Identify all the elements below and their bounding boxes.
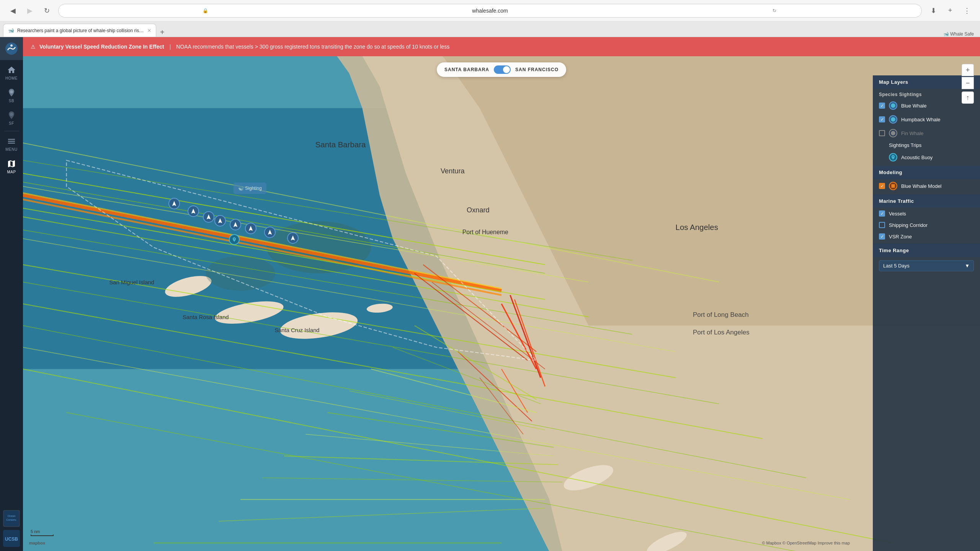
fin-whale-label: Fin Whale	[901, 130, 924, 136]
marine-traffic-header: Marine Traffic	[873, 194, 980, 208]
acoustic-buoy-marker[interactable]	[229, 234, 240, 245]
svg-point-18	[206, 256, 275, 291]
new-tab-button[interactable]: +	[157, 28, 168, 37]
sidebar-bottom: Ocean Conserv. UCSB	[3, 510, 20, 551]
address-bar[interactable]: 🔒 whalesafe.com ↻	[58, 4, 922, 18]
more-button[interactable]: ⋮	[960, 4, 974, 18]
svg-text:Port of Long Beach: Port of Long Beach	[693, 311, 749, 318]
active-tab[interactable]: 🐋 Researchers paint a global picture of …	[3, 24, 156, 37]
vsr-zone-checkbox[interactable]	[879, 233, 885, 240]
location-toggle-switch[interactable]	[494, 65, 511, 74]
vessel-marker-5[interactable]	[230, 219, 241, 230]
svg-text:Conserv.: Conserv.	[6, 518, 17, 521]
blue-whale-model-icon	[889, 182, 897, 190]
scale-line	[31, 535, 54, 536]
shipping-corridor-checkbox[interactable]	[879, 222, 885, 228]
svg-point-1	[10, 44, 13, 47]
download-button[interactable]: ⬇	[926, 4, 940, 18]
svg-text:Santa Rosa Island: Santa Rosa Island	[183, 314, 229, 320]
main-content: ⚠ Voluntary Vessel Speed Reduction Zone …	[23, 37, 980, 551]
vessel-marker-1[interactable]	[168, 198, 180, 209]
zoom-out-button[interactable]: −	[962, 77, 974, 89]
sightings-trips-label: Sightings Trips	[889, 142, 921, 148]
vessel-marker-4[interactable]	[214, 215, 226, 227]
app-logo[interactable]	[0, 37, 23, 60]
blue-whale-model-checkbox[interactable]	[879, 183, 885, 189]
svg-text:Port of Hueneme: Port of Hueneme	[462, 229, 508, 235]
time-range-value: Last 5 Days	[883, 263, 910, 269]
refresh-button[interactable]: ↻	[40, 4, 54, 18]
app-container: HOME SB SF MENU MAP Ocean Conserv.	[0, 37, 980, 551]
time-range-dropdown-icon: ▼	[965, 263, 970, 269]
vsr-zone-row[interactable]: VSR Zone	[873, 231, 980, 242]
mapbox-logo: mapbox	[29, 541, 45, 545]
blue-whale-model-row[interactable]: Blue Whale Model	[873, 179, 980, 193]
zoom-in-button[interactable]: +	[962, 64, 974, 76]
vessel-marker-3[interactable]	[203, 211, 214, 223]
vessels-checkbox[interactable]	[879, 210, 885, 217]
alert-banner: ⚠ Voluntary Vessel Speed Reduction Zone …	[23, 37, 980, 56]
svg-text:Port of Los Angeles: Port of Los Angeles	[693, 329, 750, 336]
shipping-corridor-row[interactable]: Shipping Corridor	[873, 219, 980, 231]
map-attribution: © Mapbox © OpenStreetMap Improve this ma…	[762, 541, 850, 545]
tab-bar: 🐋 Researchers paint a global picture of …	[0, 21, 980, 37]
location-toggle: SANTA BARBARA SAN FRANCISCO	[437, 62, 566, 77]
sidebar-item-sb[interactable]: SB	[0, 84, 23, 107]
sidebar-item-menu[interactable]: MENU	[0, 133, 23, 155]
map-container[interactable]: Santa Barbara Ventura Oxnard Port of Hue…	[23, 56, 980, 551]
modeling-header: Modeling	[873, 166, 980, 179]
browser-chrome: ◀ ▶ ↻ 🔒 whalesafe.com ↻ ⬇ + ⋮ 🐋 Research…	[0, 0, 980, 37]
svg-rect-69	[891, 184, 895, 187]
svg-text:Ventura: Ventura	[441, 167, 465, 175]
compass-button[interactable]: ↑	[962, 91, 974, 104]
vessel-marker-2[interactable]	[188, 205, 199, 217]
forward-button[interactable]: ▶	[23, 4, 37, 18]
sightings-trips-row[interactable]: Sightings Trips	[873, 140, 980, 150]
vessels-label: Vessels	[889, 211, 974, 217]
back-button[interactable]: ◀	[6, 4, 20, 18]
tab-close-button[interactable]: ✕	[147, 28, 151, 33]
sidebar-menu-label: MENU	[5, 147, 17, 152]
alert-separator: |	[170, 44, 171, 50]
fin-whale-icon	[889, 129, 897, 137]
svg-text:Santa Barbara: Santa Barbara	[315, 140, 366, 149]
tab-favicon: 🐋	[8, 28, 14, 34]
sidebar-item-home[interactable]: HOME	[0, 62, 23, 84]
sidebar-item-sf[interactable]: SF	[0, 107, 23, 129]
fin-whale-checkbox[interactable]	[879, 130, 885, 136]
org-logo-2: UCSB	[3, 530, 20, 547]
svg-text:San Miguel Island: San Miguel Island	[109, 279, 154, 285]
acoustic-buoy-icon	[889, 153, 897, 161]
vsr-zone-label: VSR Zone	[889, 234, 974, 240]
browser-toolbar: ◀ ▶ ↻ 🔒 whalesafe.com ↻ ⬇ + ⋮	[0, 0, 980, 21]
sidebar-home-label: HOME	[5, 76, 18, 80]
svg-text:Los Angeles: Los Angeles	[676, 223, 718, 231]
org-logo-1: Ocean Conserv.	[3, 510, 20, 527]
humpback-whale-label: Humpback Whale	[901, 117, 974, 122]
vessel-marker-8[interactable]	[287, 232, 299, 244]
time-range-select[interactable]: Last 5 Days ▼	[879, 260, 974, 271]
new-tab-button[interactable]: +	[943, 4, 957, 18]
vessels-row[interactable]: Vessels	[873, 208, 980, 219]
sidebar-sf-label: SF	[9, 121, 14, 126]
acoustic-buoy-label: Acoustic Buoy	[901, 155, 974, 160]
acoustic-buoy-row[interactable]: Acoustic Buoy	[873, 150, 980, 164]
humpback-whale-row[interactable]: Humpback Whale	[873, 112, 980, 126]
sidebar-item-map[interactable]: MAP	[0, 155, 23, 178]
alert-message: NOAA recommends that vessels > 300 gross…	[176, 44, 449, 50]
blue-whale-checkbox[interactable]	[879, 103, 885, 109]
svg-text:UCSB: UCSB	[5, 536, 18, 542]
fin-whale-row[interactable]: Fin Whale	[873, 126, 980, 140]
vessel-marker-6[interactable]	[245, 223, 256, 234]
whale-sighting-popup: 🐋 Sighting	[234, 183, 266, 194]
whale-safe-label: 🐋 Whale Safe	[943, 31, 974, 37]
sidebar-divider-1	[4, 131, 19, 131]
vessel-marker-7[interactable]	[264, 227, 276, 238]
alert-title: Voluntary Vessel Speed Reduction Zone In…	[39, 44, 164, 50]
humpback-whale-checkbox[interactable]	[879, 116, 885, 122]
nav-buttons: ◀ ▶ ↻	[6, 4, 54, 18]
shipping-corridor-label: Shipping Corridor	[889, 222, 974, 228]
sidebar: HOME SB SF MENU MAP Ocean Conserv.	[0, 37, 23, 551]
blue-whale-icon	[889, 101, 897, 110]
time-range-header: Time Range	[873, 244, 980, 257]
